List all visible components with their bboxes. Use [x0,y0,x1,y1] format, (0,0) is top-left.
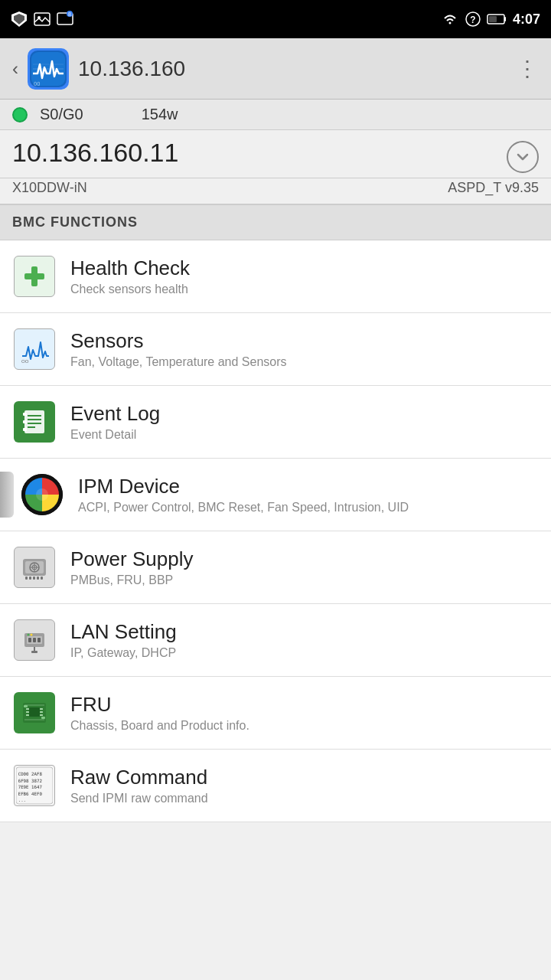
image-icon [34,12,51,26]
status-bar-left-icons: 8 [11,11,73,28]
device-header: 10.136.160.11 [0,130,551,178]
sensors-subtitle: Fan, Voltage, Temperature and Sensors [70,355,539,369]
status-time: 4:07 [513,11,540,28]
power-state-label: S0/G0 [40,106,83,123]
raw-command-subtitle: Send IPMI raw command [70,792,539,805]
ipm-device-icon [21,474,63,515]
power-supply-icon-container [12,545,57,590]
dropdown-button[interactable] [507,141,539,173]
power-supply-title: Power Supply [70,547,539,571]
sensors-icon-container: OO [12,327,57,371]
wifi-icon [441,12,459,26]
svg-rect-11 [489,16,497,22]
svg-text:6F98 3872: 6F98 3872 [18,779,42,783]
menu-item-raw-command[interactable]: CD00 2AF8 6F98 3872 7E9E 1647 EFB6 4EF0 … [0,750,551,822]
battery-icon [487,13,507,25]
menu-item-power-supply[interactable]: Power Supply PMBus, FRU, BBP [0,531,551,604]
power-supply-icon [14,547,55,588]
app-icon: OO [28,48,69,90]
back-button[interactable]: ‹ [12,58,18,80]
svg-text:EFB6 4EF0: EFB6 4EF0 [18,792,43,796]
event-log-text: Event Log Event Detail [70,402,539,442]
svg-rect-31 [23,428,27,431]
raw-command-title: Raw Command [70,766,539,789]
svg-point-53 [31,634,33,636]
health-check-icon-container [12,254,57,299]
svg-text:CD00 2AF8: CD00 2AF8 [18,772,43,776]
device-info-bar: S0/G0 154w [0,100,551,130]
svg-text:8: 8 [68,11,71,17]
menu-item-lan-setting[interactable]: LAN Setting IP, Gateway, DHCP [0,604,551,677]
menu-list: Health Check Check sensors health OO Sen… [0,240,551,822]
svg-rect-29 [23,413,27,416]
power-supply-subtitle: PMBus, FRU, BBP [70,573,539,587]
event-log-title: Event Log [70,402,539,426]
device-ip-address: 10.136.160.11 [12,138,178,168]
svg-rect-50 [33,638,36,642]
sensors-title: Sensors [70,329,539,353]
lan-setting-icon [14,619,55,661]
app-bar: ‹ OO 10.136.160 ⋮ [0,38,551,100]
status-bar-right: ? 4:07 [441,11,540,28]
svg-rect-10 [504,17,506,21]
svg-rect-60 [26,711,29,713]
svg-text:OO: OO [21,359,29,364]
health-check-subtitle: Check sensors health [70,283,539,296]
svg-rect-44 [37,577,39,580]
menu-item-sensors[interactable]: OO Sensors Fan, Voltage, Temperature and… [0,313,551,386]
svg-rect-63 [40,711,43,713]
fru-subtitle: Chassis, Board and Product info. [70,719,539,733]
event-log-icon-container [12,400,57,444]
svg-text:...: ... [18,798,26,802]
svg-rect-62 [40,708,43,710]
svg-text:?: ? [470,15,475,25]
svg-rect-61 [26,714,29,716]
section-header-label: BMC FUNCTIONS [12,214,138,230]
kebab-menu-button[interactable]: ⋮ [517,56,539,81]
event-log-subtitle: Event Detail [70,428,539,442]
svg-rect-59 [26,708,29,710]
app-bar-left: ‹ OO 10.136.160 [12,48,185,90]
ipm-device-icon-container [20,472,64,517]
svg-rect-20 [24,273,44,279]
raw-command-icon: CD00 2AF8 6F98 3872 7E9E 1647 EFB6 4EF0 … [14,765,55,806]
sensors-text: Sensors Fan, Voltage, Temperature and Se… [70,329,539,369]
raw-command-icon-container: CD00 2AF8 6F98 3872 7E9E 1647 EFB6 4EF0 … [12,763,57,808]
section-header: BMC FUNCTIONS [0,205,551,240]
fru-icon-container [12,691,57,735]
device-model: X10DDW-iN [12,180,87,196]
ipm-device-title: IPM Device [78,475,539,498]
shield-icon [11,11,28,28]
power-supply-text: Power Supply PMBus, FRU, BBP [70,547,539,587]
ipm-device-text: IPM Device ACPI, Power Control, BMC Rese… [78,475,539,514]
lan-setting-subtitle: IP, Gateway, DHCP [70,646,539,660]
menu-item-ipm-device[interactable]: IPM Device ACPI, Power Control, BMC Rese… [0,459,551,531]
menu-item-health-check[interactable]: Health Check Check sensors health [0,240,551,313]
ipm-device-subtitle: ACPI, Power Control, BMC Reset, Fan Spee… [78,501,539,514]
side-tab-indicator [0,472,14,518]
svg-point-33 [36,488,48,501]
menu-item-fru[interactable]: FRU Chassis, Board and Product info. [0,677,551,750]
health-check-text: Health Check Check sensors health [70,256,539,296]
svg-rect-49 [28,638,31,642]
fru-text: FRU Chassis, Board and Product info. [70,693,539,733]
svg-rect-45 [41,577,43,580]
svg-rect-58 [29,707,40,717]
svg-rect-41 [25,577,28,580]
power-state-dot [12,107,28,122]
event-log-icon [14,401,55,443]
question-icon: ? [465,11,481,27]
svg-rect-51 [37,638,41,642]
svg-rect-24 [24,410,44,433]
svg-text:OO: OO [34,81,40,87]
device-model-row: X10DDW-iN ASPD_T v9.35 [0,178,551,205]
app-title: 10.136.160 [78,57,185,81]
notification-badge-icon: 8 [57,11,73,28]
menu-item-event-log[interactable]: Event Log Event Detail [0,386,551,459]
health-check-title: Health Check [70,256,539,280]
lan-setting-icon-container [12,618,57,662]
lan-setting-text: LAN Setting IP, Gateway, DHCP [70,620,539,660]
raw-command-text: Raw Command Send IPMI raw command [70,766,539,805]
status-bar: 8 ? 4:07 [0,0,551,38]
health-icon [14,256,55,297]
